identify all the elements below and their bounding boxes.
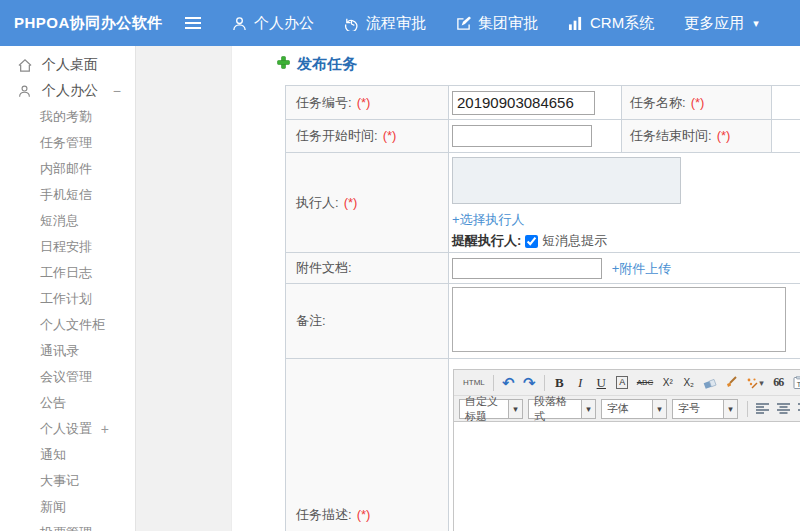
sidebar-item-schedule[interactable]: 日程安排 [0, 234, 135, 260]
top-navigation: 个人办公 流程审批 集团审批 CRM系统 更多应用 ▾ [232, 14, 789, 33]
main-content: 发布任务 任务编号:(*) 任务名称:(*) 任务开始时间:(*) [232, 46, 800, 531]
user-icon [18, 84, 33, 98]
clipboard-icon: T [793, 376, 800, 389]
end-time-label-cell: 任务结束时间:(*) [622, 120, 772, 153]
italic-button[interactable]: I [571, 373, 590, 393]
plus-icon [277, 56, 290, 72]
process-icon [344, 16, 359, 31]
sidebar-item-task-management[interactable]: 任务管理 [0, 130, 135, 156]
sidebar-item-news[interactable]: 新闻 [0, 494, 135, 520]
sidebar: 个人桌面 个人办公 − 我的考勤 任务管理 内部邮件 手机短信 短消息 日程安排… [0, 46, 136, 531]
sidebar-item-personal-desktop[interactable]: 个人桌面 [0, 52, 135, 78]
expand-toggle-icon[interactable]: + [101, 421, 109, 437]
required-mark: (*) [717, 128, 731, 143]
sidebar-item-work-plan[interactable]: 工作计划 [0, 286, 135, 312]
remove-format-button[interactable] [700, 373, 720, 393]
sidebar-item-mobile-sms[interactable]: 手机短信 [0, 182, 135, 208]
remark-textarea[interactable] [452, 287, 786, 352]
sms-remind-label: 短消息提示 [542, 232, 607, 250]
start-time-input[interactable] [452, 125, 592, 147]
paste-as-text-button[interactable]: T [790, 373, 800, 393]
editor-toolbar-row2: 自定义标题 ▾ 段落格式 ▾ 字体 ▾ [454, 396, 800, 422]
font-size-select[interactable]: 字号 ▾ [672, 399, 738, 419]
task-no-input[interactable] [452, 91, 595, 115]
font-family-select[interactable]: 字体 ▾ [601, 399, 667, 419]
sidebar-item-short-message[interactable]: 短消息 [0, 208, 135, 234]
sidebar-item-personal-settings[interactable]: 个人设置 + [0, 416, 135, 442]
edit-icon [456, 16, 471, 31]
executor-textarea[interactable] [452, 157, 681, 204]
sidebar-item-notice[interactable]: 通知 [0, 442, 135, 468]
sidebar-item-my-attendance[interactable]: 我的考勤 [0, 104, 135, 130]
publish-task-form: 任务编号:(*) 任务名称:(*) 任务开始时间:(*) 任务结束时间 [285, 85, 800, 531]
sidebar-item-work-log[interactable]: 工作日志 [0, 260, 135, 286]
caret-down-icon: ▾ [753, 17, 759, 30]
wand-icon [746, 377, 758, 389]
required-mark: (*) [357, 507, 371, 522]
home-icon [18, 59, 33, 72]
nav-group-approval[interactable]: 集团审批 [456, 14, 538, 33]
caret-down-icon: ▾ [652, 400, 666, 418]
required-mark: (*) [357, 95, 371, 110]
sidebar-item-announcement[interactable]: 公告 [0, 390, 135, 416]
chart-icon [568, 16, 583, 30]
app-logo: PHPOA协同办公软件 [0, 14, 176, 33]
align-center-button[interactable] [774, 399, 793, 419]
editor-content-area[interactable] [454, 422, 800, 531]
underline-button[interactable]: U [592, 373, 611, 393]
caret-down-icon: ▾ [581, 400, 595, 418]
nav-personal-office[interactable]: 个人办公 [232, 14, 314, 33]
strikethrough-button[interactable]: ABC [634, 373, 656, 393]
top-header: PHPOA协同办公软件 个人办公 流程审批 集团审批 CRM系统 [0, 0, 800, 46]
sidebar-item-personal-files[interactable]: 个人文件柜 [0, 312, 135, 338]
source-code-button[interactable]: HTML [460, 373, 488, 393]
task-no-label-cell: 任务编号:(*) [286, 86, 449, 120]
superscript-button[interactable]: X² [658, 373, 677, 393]
subscript-button[interactable]: X₂ [679, 373, 698, 393]
caret-down-icon: ▾ [759, 378, 764, 388]
select-executor-link[interactable]: +选择执行人 [452, 212, 525, 227]
align-left-button[interactable] [753, 399, 772, 419]
redo-button[interactable]: ↷ [520, 373, 539, 393]
sidebar-item-clipped[interactable]: 投票管理 [0, 520, 135, 531]
quick-format-button[interactable]: ▾ [743, 373, 767, 393]
attachment-upload-link[interactable]: +附件上传 [612, 261, 672, 276]
caret-down-icon: ▾ [508, 400, 522, 418]
collapse-toggle-icon[interactable]: − [113, 83, 121, 99]
sidebar-item-meeting-management[interactable]: 会议管理 [0, 364, 135, 390]
executor-label-cell: 执行人:(*) [286, 153, 449, 253]
nav-more-apps[interactable]: 更多应用 ▾ [684, 14, 759, 33]
blockquote-button[interactable]: 66 [769, 373, 788, 393]
nav-crm-system[interactable]: CRM系统 [568, 14, 654, 33]
bold-button[interactable]: B [550, 373, 569, 393]
editor-toolbar-row1: HTML ↶ ↷ B I U A ABC X² X₂ [454, 370, 800, 396]
align-left-icon [756, 403, 769, 414]
brush-icon [725, 376, 738, 389]
required-mark: (*) [344, 195, 358, 210]
align-right-button[interactable] [795, 399, 800, 419]
boxed-a-button[interactable]: A [613, 373, 632, 393]
align-center-icon [777, 403, 790, 414]
user-icon [232, 16, 247, 31]
page-title: 发布任务 [297, 56, 357, 72]
content-gutter [136, 46, 232, 531]
undo-button[interactable]: ↶ [499, 373, 518, 393]
description-label-cell: 任务描述:(*) [286, 359, 449, 531]
attachment-input[interactable] [452, 258, 602, 279]
format-painter-button[interactable] [722, 373, 741, 393]
hamburger-menu-icon[interactable] [176, 17, 210, 29]
paragraph-format-select[interactable]: 段落格式 ▾ [528, 399, 596, 419]
required-mark: (*) [691, 95, 705, 110]
custom-heading-select[interactable]: 自定义标题 ▾ [459, 399, 523, 419]
sidebar-item-personal-office[interactable]: 个人办公 − [0, 78, 135, 104]
task-name-label-cell: 任务名称:(*) [622, 86, 772, 120]
rich-text-editor: HTML ↶ ↷ B I U A ABC X² X₂ [453, 369, 800, 531]
nav-process-approval[interactable]: 流程审批 [344, 14, 426, 33]
start-time-label-cell: 任务开始时间:(*) [286, 120, 449, 153]
sidebar-item-milestones[interactable]: 大事记 [0, 468, 135, 494]
sidebar-item-contacts[interactable]: 通讯录 [0, 338, 135, 364]
sidebar-item-internal-mail[interactable]: 内部邮件 [0, 156, 135, 182]
caret-down-icon: ▾ [723, 400, 737, 418]
remind-executor-label: 提醒执行人: [452, 232, 521, 250]
sms-remind-checkbox[interactable] [525, 235, 538, 248]
